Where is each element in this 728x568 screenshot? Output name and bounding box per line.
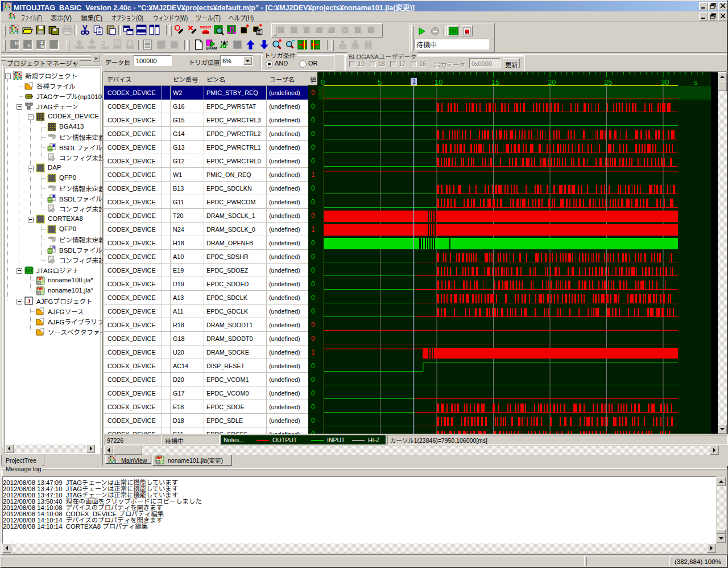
svg-text:0: 0 <box>321 78 325 87</box>
svg-text:B: B <box>52 195 55 199</box>
svg-text:RESET: RESET <box>200 25 211 29</box>
svg-text:B: B <box>52 143 55 147</box>
svg-text:B: B <box>52 246 55 250</box>
svg-text:2: 2 <box>115 40 118 47</box>
svg-text:s: s <box>694 79 697 87</box>
svg-text:15: 15 <box>491 78 499 87</box>
svg-text:J: J <box>27 298 31 304</box>
svg-text:20: 20 <box>548 78 556 87</box>
svg-text:BRAM: BRAM <box>206 46 217 50</box>
svg-text:25: 25 <box>604 78 612 87</box>
svg-text:30: 30 <box>661 78 669 87</box>
svg-text:5: 5 <box>378 78 382 87</box>
svg-text:10: 10 <box>435 78 442 87</box>
